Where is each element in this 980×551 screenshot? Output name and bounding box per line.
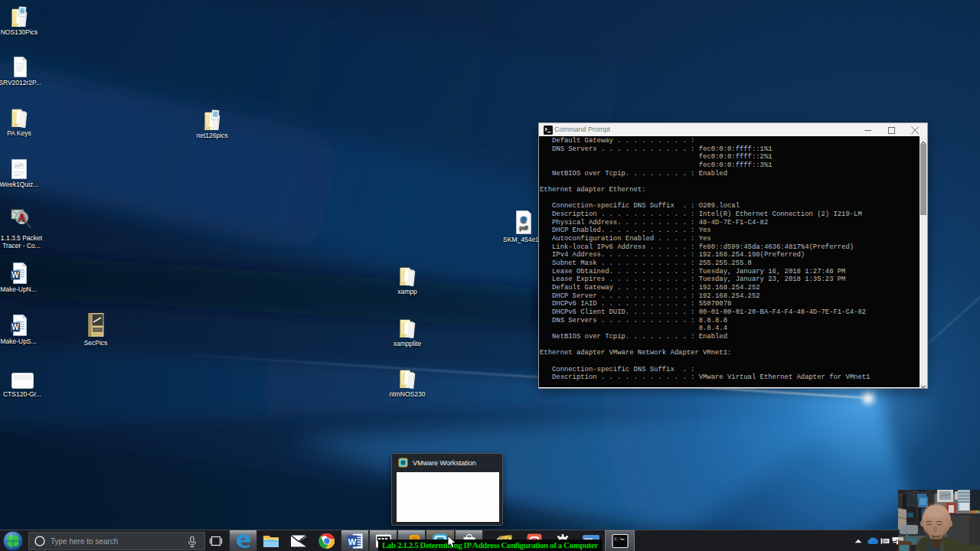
svg-text:C:\: C:\ bbox=[614, 536, 622, 542]
svg-text:e: e bbox=[521, 212, 527, 225]
svg-text:pdf: pdf bbox=[519, 224, 528, 231]
svg-text:A: A bbox=[18, 212, 26, 223]
svg-text:W: W bbox=[348, 537, 356, 546]
